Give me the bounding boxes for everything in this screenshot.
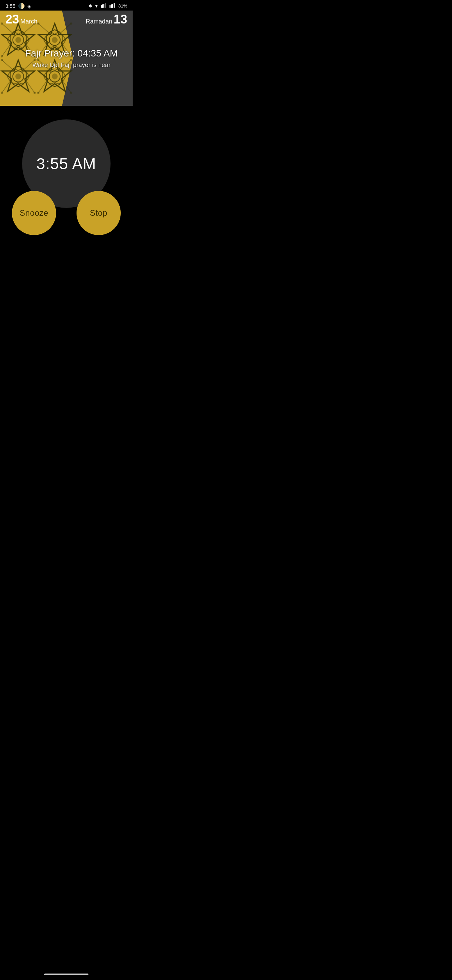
svg-rect-4: [109, 5, 111, 8]
date-left: 23 March: [5, 13, 37, 25]
bluetooth-icon: ✱: [89, 3, 92, 8]
snooze-button[interactable]: Snooze: [12, 191, 56, 235]
status-right: ✱ ▼ 81%: [89, 3, 127, 9]
date-day: 23: [5, 13, 19, 25]
battery-status: 81%: [118, 3, 127, 8]
svg-rect-7: [114, 3, 114, 8]
moon-icon: 🌓: [18, 3, 25, 9]
svg-rect-6: [112, 4, 113, 8]
status-bar: 3:55 🌓 ◈ ✱ ▼ 81%: [0, 0, 133, 11]
signal-icon: [101, 3, 108, 9]
banner: 23 March Ramadan 13 Fajr Prayer: 04:35 A…: [0, 11, 133, 106]
main-content: 3:55 AM Snooze Stop: [0, 106, 133, 298]
clock-time: 3:55 AM: [36, 154, 96, 173]
svg-rect-2: [103, 4, 105, 8]
svg-rect-0: [101, 5, 102, 8]
ramadan-label: Ramadan: [86, 18, 112, 25]
status-left: 3:55 🌓 ◈: [5, 3, 31, 9]
prayer-title: Fajr Prayer: 04:35 AM: [25, 48, 118, 59]
nav-spacer: [0, 298, 133, 315]
date-right: Ramadan 13: [86, 13, 127, 25]
stop-button[interactable]: Stop: [76, 191, 121, 235]
prayer-subtitle: Wake Up! Fajr prayer is near: [32, 62, 110, 69]
date-month: March: [21, 18, 37, 25]
ramadan-day: 13: [114, 13, 127, 25]
nav-icon: ◈: [27, 3, 31, 9]
svg-rect-3: [105, 3, 106, 8]
date-bar: 23 March Ramadan 13: [0, 11, 133, 28]
status-time: 3:55: [5, 3, 15, 9]
wifi-icon: ▼: [94, 3, 98, 8]
svg-rect-1: [102, 5, 103, 8]
buttons-row: Snooze Stop: [12, 191, 121, 235]
signal2-icon: [109, 3, 116, 9]
svg-rect-5: [111, 5, 112, 8]
